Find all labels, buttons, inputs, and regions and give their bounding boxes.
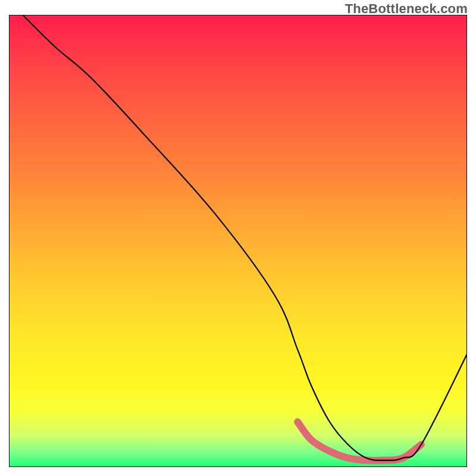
chart-container: TheBottleneck.com [0, 0, 476, 476]
plot-area [9, 15, 467, 467]
